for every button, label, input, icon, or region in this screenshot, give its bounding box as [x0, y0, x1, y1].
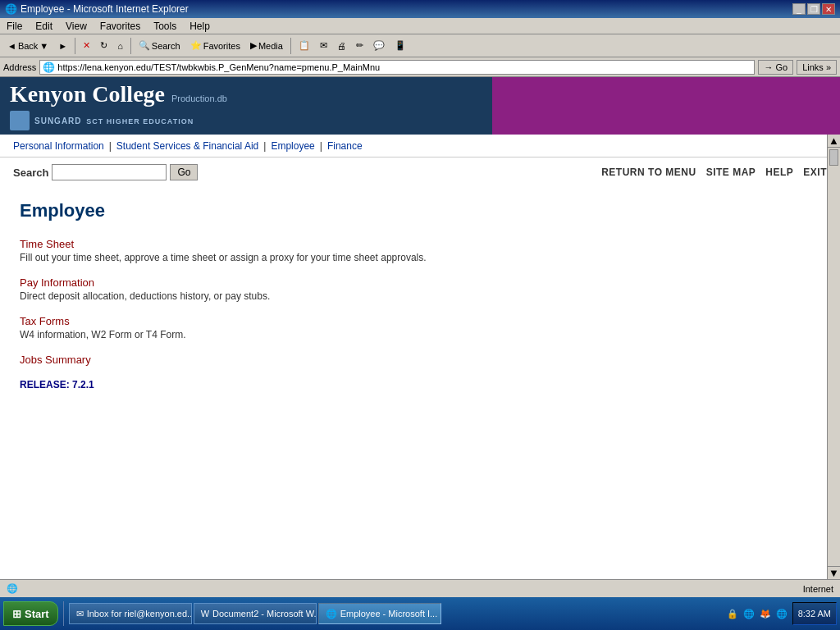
discuss-button[interactable]: 💬 — [369, 37, 389, 55]
tray-icon-1: 🔒 — [727, 609, 738, 619]
address-label: Address — [3, 62, 36, 72]
nav-sep-2: | — [263, 140, 266, 152]
scroll-up-button[interactable]: ▲ — [828, 135, 840, 148]
titlebar-left: 🌐 Employee - Microsoft Internet Explorer — [5, 3, 189, 15]
taskbar-item-employee[interactable]: 🌐 Employee - Microsoft I... — [318, 603, 441, 624]
forward-button[interactable]: ► — [54, 37, 71, 55]
search-toolbar-icon: 🔍 — [139, 40, 150, 51]
site-map-link[interactable]: SITE MAP — [706, 167, 756, 178]
status-zone: Internet — [803, 584, 833, 594]
time-sheet-link[interactable]: Time Sheet — [20, 238, 820, 250]
scrollbar[interactable]: ▲ ▼ — [827, 135, 840, 579]
pay-information-link[interactable]: Pay Information — [20, 276, 820, 289]
tax-forms-section: Tax Forms W4 information, W2 Form or T4 … — [20, 315, 820, 340]
toolbar: ◄ Back ▼ ► ✕ ↻ ⌂ 🔍 Search ⭐ Favorites ▶ … — [0, 34, 840, 57]
favorites-icon: ⭐ — [190, 40, 202, 51]
status-left: 🌐 — [7, 583, 797, 594]
links-button[interactable]: Links » — [797, 60, 837, 75]
go-arrow-icon: → — [764, 62, 773, 72]
restore-button[interactable]: ❐ — [807, 3, 820, 15]
mail-button[interactable]: ✉ — [316, 37, 331, 55]
media-icon: ▶ — [250, 40, 257, 51]
back-button[interactable]: ◄ Back ▼ — [3, 37, 52, 55]
search-area: Search Go — [13, 164, 198, 180]
pay-information-desc: Direct deposit allocation, deductions hi… — [20, 290, 820, 302]
titlebar-controls: _ ❐ ✕ — [792, 3, 835, 15]
college-name: Kenyon College — [10, 81, 165, 107]
menu-bar: File Edit View Favorites Tools Help — [0, 18, 840, 34]
release-info: RELEASE: 7.2.1 — [20, 379, 820, 390]
time-sheet-desc: Fill out your time sheet, approve a time… — [20, 252, 820, 263]
ie-taskbar-icon: 🌐 — [326, 609, 337, 619]
toolbar-sep-1 — [75, 38, 75, 54]
banner: Kenyon College Production.db SUNGARD SCT… — [0, 77, 840, 135]
scroll-down-button[interactable]: ▼ — [828, 566, 840, 579]
status-icon: 🌐 — [7, 583, 18, 594]
menu-edit[interactable]: Edit — [32, 21, 56, 32]
sungard-logo-box — [10, 111, 30, 130]
close-button[interactable]: ✕ — [822, 3, 835, 15]
jobs-summary-section: Jobs Summary — [20, 354, 820, 366]
favorites-toolbar-button[interactable]: ⭐ Favorites — [186, 37, 244, 55]
go-button[interactable]: → Go — [758, 60, 793, 75]
email-icon: ✉ — [76, 609, 84, 619]
search-toolbar-button[interactable]: 🔍 Search — [135, 37, 185, 55]
address-bar: Address 🌐 → Go Links » — [0, 57, 840, 77]
main-content: Employee Time Sheet Fill out your time s… — [0, 187, 840, 404]
exit-link[interactable]: EXIT — [803, 167, 827, 178]
tax-forms-link[interactable]: Tax Forms — [20, 315, 820, 327]
tax-forms-desc: W4 information, W2 Form or T4 Form. — [20, 329, 820, 340]
nav-sep-1: | — [109, 140, 112, 152]
tray-icon-2: 🌐 — [743, 609, 755, 619]
banner-right — [492, 77, 840, 135]
db-label: Production.db — [171, 94, 227, 103]
forward-arrow-icon: ► — [58, 41, 67, 51]
address-input-container[interactable]: 🌐 — [39, 60, 755, 75]
return-to-menu-link[interactable]: RETURN TO MENU — [601, 167, 696, 178]
stop-button[interactable]: ✕ — [79, 37, 94, 55]
page-icon: 🌐 — [43, 62, 55, 73]
taskbar-item-inbox[interactable]: ✉ Inbox for riel@kenyon.ed... — [69, 603, 192, 624]
scroll-thumb[interactable] — [829, 149, 838, 166]
nav-employee[interactable]: Employee — [271, 140, 314, 152]
windows-icon: ⊞ — [12, 608, 21, 620]
nav-finance[interactable]: Finance — [327, 140, 363, 152]
media-toolbar-button[interactable]: ▶ Media — [246, 37, 287, 55]
history-button[interactable]: 📋 — [294, 37, 314, 55]
utility-links: RETURN TO MENU SITE MAP HELP EXIT — [601, 167, 827, 178]
minimize-button[interactable]: _ — [792, 3, 806, 15]
back-arrow-icon: ◄ — [7, 41, 16, 51]
refresh-button[interactable]: ↻ — [96, 37, 112, 55]
menu-tools[interactable]: Tools — [150, 21, 180, 32]
jobs-summary-link[interactable]: Jobs Summary — [20, 354, 820, 366]
taskbar-clock: 8:32 AM — [792, 602, 837, 625]
nav-sep-3: | — [320, 140, 322, 152]
window-title: Employee - Microsoft Internet Explorer — [21, 3, 189, 15]
search-go-button[interactable]: Go — [170, 164, 198, 180]
search-input[interactable] — [52, 164, 167, 180]
messenger-button[interactable]: 📱 — [390, 37, 410, 55]
start-button[interactable]: ⊞ Start — [3, 601, 58, 626]
nav-student-services[interactable]: Student Services & Financial Aid — [116, 140, 258, 152]
page-heading: Employee — [20, 200, 820, 221]
menu-view[interactable]: View — [62, 21, 90, 32]
word-icon: W — [201, 609, 209, 619]
taskbar-item-word[interactable]: W Document2 - Microsoft W... — [194, 603, 317, 624]
menu-file[interactable]: File — [3, 21, 25, 32]
home-button[interactable]: ⌂ — [113, 37, 127, 55]
menu-help[interactable]: Help — [186, 21, 213, 32]
pay-information-section: Pay Information Direct deposit allocatio… — [20, 276, 820, 302]
edit-page-button[interactable]: ✏ — [352, 37, 368, 55]
toolbar-sep-3 — [290, 38, 291, 54]
toolbar-sep-2 — [130, 38, 131, 54]
tray-icon-4: 🌐 — [776, 609, 788, 619]
title-bar: 🌐 Employee - Microsoft Internet Explorer… — [0, 0, 840, 18]
menu-favorites[interactable]: Favorites — [97, 21, 144, 32]
url-input[interactable] — [57, 62, 751, 72]
status-bar: 🌐 Internet — [0, 579, 840, 597]
nav-personal-information[interactable]: Personal Information — [13, 140, 104, 152]
sungard-text: SUNGARD SCT HIGHER EDUCATION — [34, 116, 194, 126]
status-right: Internet — [803, 584, 833, 594]
help-link[interactable]: HELP — [765, 167, 793, 178]
print-button[interactable]: 🖨 — [333, 37, 350, 55]
